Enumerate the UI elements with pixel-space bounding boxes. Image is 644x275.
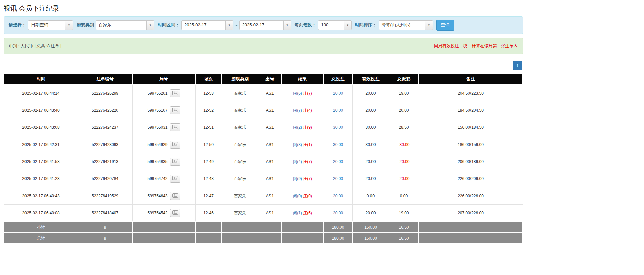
chevron-down-icon[interactable]: ▼ [146,21,154,30]
cell-payout: 28.50 [389,119,419,136]
page-1-button[interactable]: 1 [513,61,522,70]
chevron-down-icon[interactable]: ▼ [344,21,351,30]
result-player: 闲(6) [293,91,302,96]
cell-result: 闲(7) 庄(4) [282,102,324,119]
chevron-down-icon[interactable]: ▼ [225,21,233,30]
result-image-button[interactable] [170,158,180,166]
valid-bet-notice-text: 同局有效投注，统一计算在该局第一张注单内 [434,43,518,49]
result-banker: 庄(0) [303,194,312,198]
result-image-button[interactable] [170,192,180,200]
cell-bet-id: 522276426299 [78,85,132,102]
date-to-picker[interactable]: 2025-02-17 ▼ [239,20,291,30]
cell-remark: 156.00/184.50 [419,119,523,136]
cell-payout: 19.00 [389,85,419,102]
cell-result: 闲(6) 庄(7) [282,85,324,102]
date-range-separator: ~ [235,23,238,28]
cell-total-bet: 20.00 [324,102,352,119]
result-image-button[interactable] [170,89,180,97]
round-id-text: 599754929 [147,142,167,147]
cell-valid-bet: 20.00 [352,102,389,119]
date-from-picker[interactable]: 2025-02-17 ▼ [181,20,233,30]
cell-total-bet: 20.00 [324,205,352,222]
total-bet-link[interactable]: 20.00 [333,108,343,113]
cell-result: 闲(2) 庄(9) [282,119,324,136]
cell-remark: 186.00/156.00 [419,136,523,153]
chevron-down-icon[interactable]: ▼ [283,21,291,30]
cell-total-bet: 20.00 [324,85,352,102]
table-row: 2025-02-17 06:40:43522276419529599754643… [4,187,523,205]
header-valid-bet: 有效投注 [352,74,389,85]
cell-total-bet: 30.00 [324,119,352,136]
result-image-button[interactable] [170,123,180,131]
chevron-down-icon[interactable]: ▼ [65,21,73,30]
cell-game-type: 百家乐 [222,136,258,153]
cell-table-no: AS1 [258,85,282,102]
cell-table-no: AS1 [258,136,282,153]
cell-result: 闲(4) 庄(7) [282,153,324,170]
total-bet-link[interactable]: 20.00 [333,176,343,181]
query-type-dropdown[interactable]: 日期查询 ▼ [28,20,73,30]
select-type-label: 请选择： [9,22,26,28]
result-banker: 庄(7) [303,91,312,96]
total-bet-link[interactable]: 20.00 [333,91,343,96]
date-range-label: 时间区间： [158,22,180,28]
subtotal-total-bet: 180.00 [324,222,352,233]
total-bet-link[interactable]: 20.00 [333,159,343,164]
header-table-no: 桌号 [258,74,282,85]
cell-time: 2025-02-17 06:42:31 [4,136,78,153]
total-count: 8 [78,233,132,244]
search-button[interactable]: 查询 [436,20,454,31]
result-image-button[interactable] [170,175,180,183]
result-image-button[interactable] [170,209,180,217]
header-result: 结果 [282,74,324,85]
subtotal-payout: 16.50 [389,222,419,233]
cell-result: 闲(1) 庄(6) [282,205,324,222]
cell-round-id: 599754742 [132,170,195,187]
chevron-down-icon[interactable]: ▼ [425,21,433,30]
total-bet-link[interactable]: 20.00 [333,211,343,215]
cell-round-id: 599755201 [132,85,195,102]
cell-session: 12-48 [195,170,222,187]
result-player: 闲(0) [293,194,302,198]
game-type-dropdown[interactable]: 百家乐 ▼ [96,20,154,30]
cell-payout: 19.00 [389,205,419,222]
pagination: 1 [4,61,522,70]
cell-valid-bet: 20.00 [352,153,389,170]
sort-dropdown[interactable]: 降冪(由大到小) ▼ [379,20,433,30]
result-banker: 庄(9) [303,125,312,130]
result-player: 闲(4) [293,159,302,164]
round-id-text: 599754542 [147,211,167,215]
page-size-dropdown[interactable]: 100 ▼ [318,20,352,30]
round-id-text: 599755107 [147,108,167,113]
cell-total-bet: 20.00 [324,153,352,170]
round-id-text: 599754835 [147,159,167,164]
result-image-button[interactable] [170,106,180,114]
total-valid-bet: 160.00 [352,233,389,244]
cell-payout: -30.00 [389,136,419,153]
cell-valid-bet: 30.00 [352,119,389,136]
cell-bet-id: 522276421913 [78,153,132,170]
cell-time: 2025-02-17 06:41:23 [4,170,78,187]
cell-time: 2025-02-17 06:40:43 [4,187,78,205]
cell-round-id: 599754835 [132,153,195,170]
cell-session: 12-49 [195,153,222,170]
table-body: 2025-02-17 06:44:14522276426299599755201… [4,85,523,222]
cell-bet-id: 522276420784 [78,170,132,187]
cell-total-bet: 30.00 [324,136,352,153]
total-bet-link[interactable]: 30.00 [333,142,343,147]
header-remark: 备注 [419,74,523,85]
cell-remark: 206.00/186.00 [419,153,523,170]
table-row: 2025-02-17 06:41:23522276420784599754742… [4,170,523,187]
total-bet-link[interactable]: 30.00 [333,125,343,130]
cell-result: 闲(0) 庄(0) [282,187,324,205]
result-player: 闲(2) [293,125,302,130]
cell-round-id: 599755031 [132,119,195,136]
cell-round-id: 599754643 [132,187,195,205]
result-image-button[interactable] [170,141,180,149]
header-time: 时间 [4,74,78,85]
cell-round-id: 599754929 [132,136,195,153]
cell-valid-bet: 20.00 [352,170,389,187]
picture-icon [172,108,178,113]
bet-records-table: 时间 注单编号 局号 场次 游戏类别 桌号 结果 总投注 有效投注 总派彩 备注… [4,73,523,244]
total-bet-link[interactable]: 20.00 [333,194,343,198]
